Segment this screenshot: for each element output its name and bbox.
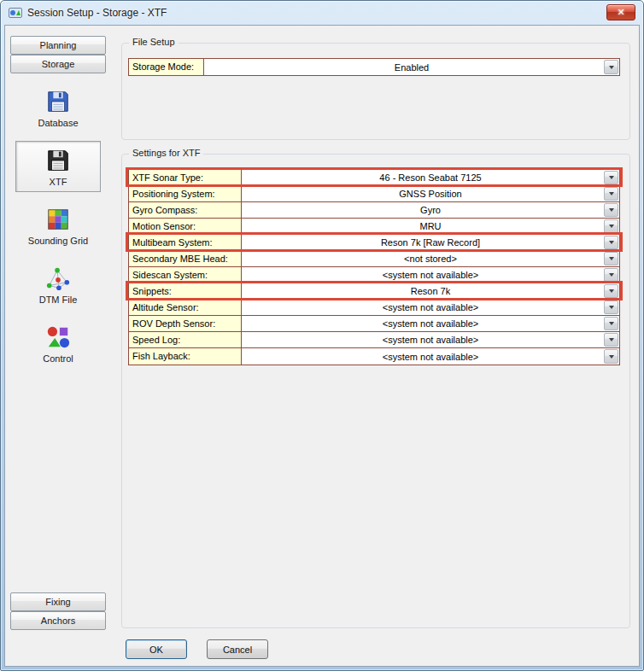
- chevron-down-icon[interactable]: [604, 333, 618, 347]
- grid-row: Fish Layback:<system not available>: [129, 348, 619, 365]
- dropdown-value: MRU: [419, 221, 441, 231]
- chevron-down-glyph: [609, 66, 614, 69]
- row-dropdown[interactable]: Enabled: [204, 59, 619, 75]
- row-label: Snippets:: [129, 283, 242, 299]
- chevron-down-icon[interactable]: [604, 219, 618, 233]
- dialog-body: PlanningStorage DatabaseXTFSounding Grid…: [4, 25, 640, 667]
- chevron-down-icon[interactable]: [604, 60, 618, 74]
- row-dropdown[interactable]: <system not available>: [242, 300, 619, 315]
- grid-row: Altitude Sensor:<system not available>: [129, 300, 619, 316]
- dropdown-value: <system not available>: [383, 335, 479, 345]
- grid-row: XTF Sonar Type:46 - Reson Seabat 7125: [129, 170, 619, 186]
- main-panel: File Setup Storage Mode:Enabled Settings…: [111, 26, 639, 666]
- sidebar-item-xtf[interactable]: XTF: [15, 141, 101, 192]
- sidebar-top-buttons: PlanningStorage: [9, 36, 108, 73]
- window-title: Session Setup - Storage - XTF: [27, 7, 167, 19]
- chevron-down-icon[interactable]: [604, 171, 618, 184]
- row-dropdown[interactable]: Reson 7k: [242, 283, 619, 299]
- file-setup-table: Storage Mode:Enabled: [128, 58, 620, 76]
- chevron-down-icon[interactable]: [604, 268, 618, 282]
- sidebar-item-sounding-grid[interactable]: Sounding Grid: [15, 200, 101, 251]
- chevron-down-glyph: [609, 176, 614, 179]
- sidebar-bottom-buttons: FixingAnchors: [9, 592, 108, 630]
- chevron-down-icon[interactable]: [604, 187, 618, 201]
- sidebar-button-storage[interactable]: Storage: [10, 55, 106, 73]
- row-dropdown[interactable]: Reson 7k [Raw Record]: [242, 235, 619, 250]
- chevron-down-icon[interactable]: [604, 300, 618, 314]
- sidebar: PlanningStorage DatabaseXTFSounding Grid…: [9, 36, 108, 376]
- sounding-grid-icon: [45, 207, 71, 232]
- dropdown-value: <system not available>: [383, 302, 479, 312]
- chevron-down-glyph: [609, 338, 614, 341]
- sidebar-button-anchors[interactable]: Anchors: [10, 611, 106, 630]
- chevron-down-icon[interactable]: [604, 203, 618, 217]
- row-dropdown[interactable]: MRU: [242, 219, 619, 234]
- dropdown-value: Reson 7k: [411, 286, 450, 296]
- row-dropdown[interactable]: <system not available>: [242, 332, 619, 347]
- sidebar-button-fixing[interactable]: Fixing: [10, 592, 106, 611]
- dropdown-value: GNSS Position: [399, 189, 461, 199]
- row-label: Multibeam System:: [129, 235, 242, 250]
- sidebar-items: DatabaseXTFSounding GridDTM FileControl: [9, 82, 108, 376]
- grid-row: Sidescan System:<system not available>: [129, 267, 619, 283]
- grid-row: Speed Log:<system not available>: [129, 332, 619, 348]
- group-label-file-setup: File Setup: [129, 37, 179, 47]
- sidebar-item-label: DTM File: [39, 295, 78, 305]
- ok-button[interactable]: OK: [126, 639, 187, 659]
- dropdown-value: <system not available>: [383, 352, 479, 362]
- chevron-down-icon[interactable]: [604, 236, 618, 249]
- dropdown-value: Gyro: [420, 205, 441, 215]
- grid-row: Secondary MBE Head:<not stored>: [129, 251, 619, 267]
- row-label: ROV Depth Sensor:: [129, 316, 242, 331]
- close-icon: ✕: [617, 7, 624, 17]
- chevron-down-icon[interactable]: [604, 317, 618, 330]
- dropdown-value: Enabled: [395, 62, 429, 73]
- grid-row: Snippets:Reson 7k: [129, 283, 619, 300]
- row-label: Sidescan System:: [129, 267, 242, 283]
- chevron-down-glyph: [609, 322, 614, 325]
- control-icon: [45, 324, 71, 350]
- row-dropdown[interactable]: <not stored>: [242, 251, 619, 266]
- row-label: Altitude Sensor:: [129, 300, 242, 315]
- row-dropdown[interactable]: <system not available>: [242, 316, 619, 331]
- row-dropdown[interactable]: 46 - Reson Seabat 7125: [242, 170, 619, 185]
- chevron-down-glyph: [609, 192, 614, 195]
- row-label: Speed Log:: [129, 332, 242, 347]
- sidebar-item-label: Sounding Grid: [28, 236, 88, 246]
- database-disk-icon: [45, 89, 71, 114]
- group-label-settings: Settings for XTF: [129, 148, 203, 158]
- row-label: Fish Layback:: [129, 348, 242, 365]
- sidebar-item-dtm-file[interactable]: DTM File: [15, 259, 101, 310]
- chevron-down-icon[interactable]: [604, 349, 618, 364]
- session-setup-window: Session Setup - Storage - XTF ✕ Planning…: [0, 0, 644, 671]
- row-dropdown[interactable]: Gyro: [242, 202, 619, 218]
- close-button[interactable]: ✕: [606, 4, 635, 20]
- chevron-down-icon[interactable]: [604, 252, 618, 265]
- cancel-button[interactable]: Cancel: [207, 639, 268, 659]
- chevron-down-glyph: [609, 225, 614, 228]
- grid-row: Positioning System:GNSS Position: [129, 186, 619, 202]
- app-icon: [9, 6, 22, 20]
- grid-row: Gyro Compass:Gyro: [129, 202, 619, 219]
- file-setup-group: File Setup Storage Mode:Enabled: [121, 43, 630, 140]
- row-dropdown[interactable]: <system not available>: [242, 267, 619, 283]
- row-label: Motion Sensor:: [129, 219, 242, 234]
- sidebar-item-label: Control: [43, 353, 73, 364]
- row-label: Positioning System:: [129, 186, 242, 201]
- sidebar-item-label: Database: [38, 118, 78, 128]
- titlebar[interactable]: Session Setup - Storage - XTF ✕: [1, 1, 643, 25]
- chevron-down-glyph: [609, 208, 614, 212]
- sidebar-button-planning[interactable]: Planning: [10, 36, 106, 55]
- row-label: Gyro Compass:: [129, 202, 242, 218]
- grid-row: Motion Sensor:MRU: [129, 219, 619, 235]
- grid-row: Multibeam System:Reson 7k [Raw Record]: [129, 235, 619, 251]
- sidebar-item-control[interactable]: Control: [15, 318, 101, 369]
- row-label: Secondary MBE Head:: [129, 251, 242, 266]
- sidebar-item-database[interactable]: Database: [15, 82, 101, 133]
- chevron-down-icon[interactable]: [604, 284, 618, 298]
- row-dropdown[interactable]: GNSS Position: [242, 186, 619, 201]
- chevron-down-glyph: [609, 257, 614, 260]
- chevron-down-glyph: [609, 273, 614, 277]
- xtf-disk-icon: [45, 148, 71, 173]
- row-dropdown[interactable]: <system not available>: [242, 348, 619, 365]
